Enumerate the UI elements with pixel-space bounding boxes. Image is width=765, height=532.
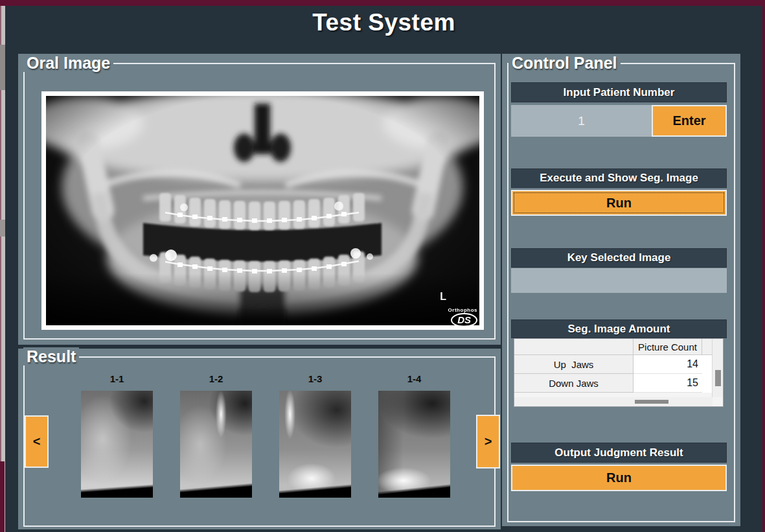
edge-fragment bbox=[0, 45, 5, 90]
patient-number-input[interactable] bbox=[511, 105, 652, 137]
edge-fragment bbox=[0, 220, 5, 237]
panoramic-xray-image: L Orthophos DS bbox=[41, 91, 484, 330]
key-selected-header: Key Selected Image bbox=[511, 248, 727, 268]
table-corner-cell bbox=[514, 339, 634, 355]
result-panel: Result 1-1 1-2 1-3 1-4 < > bbox=[18, 349, 501, 529]
brand-mark: DS bbox=[451, 313, 477, 327]
prev-page-button[interactable]: < bbox=[25, 415, 49, 468]
result-thumbnail-2[interactable] bbox=[180, 391, 252, 498]
key-selected-field[interactable] bbox=[511, 268, 727, 293]
table-column-header: Picture Count bbox=[634, 339, 702, 355]
execute-run-button[interactable]: Run bbox=[511, 190, 727, 216]
output-run-button[interactable]: Run bbox=[511, 465, 727, 491]
next-page-button[interactable]: > bbox=[476, 415, 500, 468]
thumb-label-3: 1-3 bbox=[279, 373, 351, 384]
patient-number-header: Input Patient Number bbox=[511, 82, 727, 102]
xray-graphic bbox=[46, 96, 479, 325]
table-vertical-scrollbar[interactable] bbox=[712, 339, 723, 397]
table-cell-up-count[interactable]: 14 bbox=[634, 355, 702, 374]
thumb-label-2: 1-2 bbox=[180, 373, 252, 384]
thumb-label-4: 1-4 bbox=[378, 373, 450, 384]
output-judgment-header: Output Judgment Result bbox=[511, 443, 727, 463]
seg-amount-table[interactable]: Picture Count Up Jaws 14 Down Jaws 15 bbox=[514, 338, 724, 407]
side-marker-label: L bbox=[440, 291, 446, 303]
window-title-strip bbox=[0, 0, 765, 6]
thumb-label-1: 1-1 bbox=[81, 373, 153, 384]
brand-text: Orthophos bbox=[448, 307, 477, 313]
xray-brand-logo: Orthophos DS bbox=[448, 307, 477, 327]
result-thumbnail-1[interactable] bbox=[81, 391, 153, 498]
window-right-edge bbox=[762, 0, 765, 532]
result-panel-label: Result bbox=[23, 347, 79, 365]
table-horizontal-scrollbar[interactable] bbox=[514, 397, 713, 406]
table-extra-cell bbox=[702, 374, 713, 393]
table-row-label-down: Down Jaws bbox=[514, 374, 634, 393]
test-system-window: Test System Oral Image bbox=[0, 0, 765, 532]
vertical-scrollbar-thumb[interactable] bbox=[715, 370, 721, 386]
result-thumbnail-4[interactable] bbox=[378, 391, 450, 498]
table-extra-header bbox=[702, 339, 713, 355]
horizontal-scrollbar-thumb[interactable] bbox=[635, 400, 668, 404]
execute-seg-header: Execute and Show Seg. Image bbox=[511, 168, 727, 188]
page-title: Test System bbox=[5, 9, 762, 36]
seg-amount-header: Seg. Image Amount bbox=[511, 319, 727, 338]
oral-panel-label: Oral Image bbox=[23, 54, 113, 72]
background-window-edge bbox=[0, 6, 5, 532]
control-panel-label: Control Panel bbox=[508, 54, 621, 72]
result-thumbnail-3[interactable] bbox=[279, 391, 351, 498]
table-extra-cell bbox=[702, 355, 713, 374]
edge-fragment bbox=[0, 461, 5, 532]
oral-image-panel: Oral Image bbox=[18, 54, 501, 345]
enter-button[interactable]: Enter bbox=[652, 105, 727, 137]
table-row-label-up: Up Jaws bbox=[514, 355, 634, 374]
table-cell-down-count[interactable]: 15 bbox=[634, 374, 702, 393]
control-panel: Control Panel Input Patient Number Enter… bbox=[502, 54, 740, 526]
